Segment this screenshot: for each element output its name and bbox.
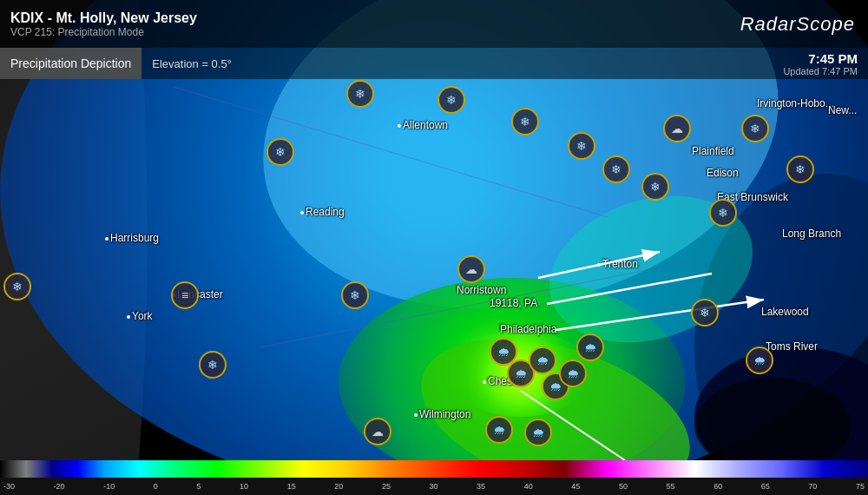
scale-value: -20	[54, 482, 65, 491]
scale-value: 20	[334, 482, 343, 491]
controls-bar: Precipitation Depiction Elevation = 0.5°…	[0, 48, 868, 79]
weather-icon-23: 🌧	[485, 416, 513, 444]
weather-icon-0: ❄	[3, 273, 31, 300]
weather-icon-9: ❄	[709, 199, 737, 227]
weather-icon-11: ❄	[786, 155, 814, 183]
station-title: KDIX - Mt. Holly, New Jersey	[10, 10, 197, 26]
scale-value: 45	[571, 482, 580, 491]
weather-icon-10: ❄	[741, 115, 769, 142]
weather-icon-20: 🌧	[529, 346, 556, 374]
weather-icon-5: ❄	[568, 132, 595, 160]
weather-icon-24: 🌧	[524, 419, 552, 446]
scale-value: 70	[808, 482, 817, 491]
scale-value: 75	[856, 482, 865, 491]
scale-labels: -30-20-10051015202530354045505560657075	[0, 478, 868, 495]
weather-icon-17: ☁	[457, 255, 485, 283]
scale-value: -30	[3, 482, 15, 491]
elevation-label: Elevation = 0.5°	[152, 57, 232, 70]
station-mode: VCP 215: Precipitation Mode	[10, 26, 144, 38]
scale-gradient	[0, 460, 868, 478]
weather-icon-22: 🌧	[559, 360, 587, 387]
time-updated: Updated 7:47 PM	[783, 66, 858, 76]
scale-value: 15	[287, 482, 296, 491]
weather-icon-25: 🌧	[576, 333, 604, 361]
weather-icon-7: ❄	[641, 173, 669, 201]
time-display: 7:45 PM Updated 7:47 PM	[783, 48, 858, 79]
color-scale-bar: -30-20-10051015202530354045505560657075	[0, 460, 868, 495]
scale-value: 30	[429, 482, 437, 491]
brand-logo: RadarScope	[740, 13, 855, 36]
time-main: 7:45 PM	[808, 51, 858, 66]
scale-value: 60	[713, 482, 722, 491]
weather-icon-12: ❄	[691, 299, 719, 327]
scale-value: -10	[103, 482, 115, 491]
weather-icon-26: ☁	[364, 418, 391, 446]
weather-icon-14: ❄	[341, 281, 369, 309]
scale-value: 55	[667, 482, 675, 491]
weather-icon-1: ❄	[266, 138, 294, 166]
weather-icon-16: ❄	[199, 351, 227, 379]
scale-value: 10	[240, 482, 248, 491]
weather-icon-4: ❄	[511, 108, 539, 135]
scale-value: 25	[382, 482, 391, 491]
scale-value: 5	[196, 482, 201, 491]
header-bar: KDIX - Mt. Holly, New Jersey VCP 215: Pr…	[0, 0, 868, 48]
scale-value: 0	[154, 482, 158, 491]
product-label[interactable]: Precipitation Depiction	[0, 48, 141, 79]
weather-icon-13: 🌧	[746, 346, 773, 374]
weather-icon-2: ❄	[346, 80, 374, 108]
scale-value: 40	[524, 482, 533, 491]
scale-value: 50	[619, 482, 628, 491]
weather-icon-15: ≡	[171, 281, 199, 309]
scale-value: 35	[477, 482, 485, 491]
scale-value: 65	[761, 482, 770, 491]
weather-icon-6: ❄	[602, 155, 630, 183]
weather-icon-3: ❄	[437, 86, 465, 114]
weather-icon-8: ☁	[663, 115, 691, 142]
